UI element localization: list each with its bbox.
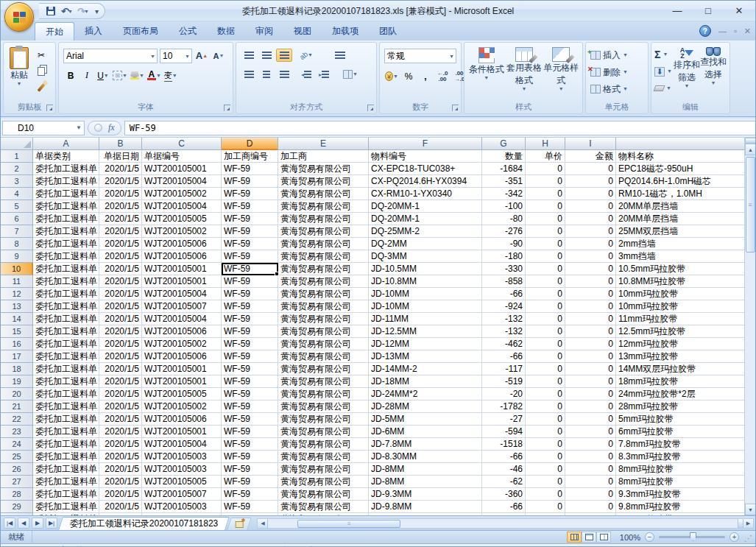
cell[interactable]: 委托加工退料单 — [33, 175, 99, 188]
cell[interactable]: 0 — [565, 488, 616, 501]
cell[interactable]: 委托加工退料单 — [33, 438, 99, 451]
cell[interactable]: DQ-2MM — [369, 238, 482, 250]
cell[interactable]: 13mm玛拉胶带 — [616, 350, 746, 363]
row-header-26[interactable]: 26 — [1, 463, 33, 476]
cell[interactable]: 28mm玛拉胶带 — [616, 400, 746, 413]
doc-close-button[interactable]: ✕ — [744, 27, 751, 36]
cell[interactable]: WJT200105004 — [142, 438, 222, 451]
cell[interactable]: WF-59 — [222, 488, 278, 501]
cell[interactable]: 2020/1/5 — [99, 338, 142, 350]
cell[interactable]: 单据编号 — [142, 150, 222, 163]
row-header-29[interactable]: 29 — [1, 501, 33, 513]
cell[interactable]: 2020/1/5 — [99, 438, 142, 451]
cell[interactable]: WF-59 — [222, 375, 278, 388]
cell[interactable]: 黄海贸易有限公司 — [278, 175, 369, 188]
cell[interactable]: 7.8mm玛拉胶带 — [616, 438, 746, 451]
name-box[interactable]: D10▼ — [2, 121, 85, 135]
cell[interactable]: 黄海贸易有限公司 — [278, 163, 369, 175]
cell[interactable]: -351 — [482, 175, 526, 188]
cell[interactable]: 0 — [565, 263, 616, 275]
cell[interactable]: JD-12MM — [369, 338, 482, 350]
cell[interactable]: WF-59 — [222, 188, 278, 200]
cell[interactable]: 委托加工退料单 — [33, 363, 99, 375]
fill-button[interactable]: ⬇▼ — [654, 64, 672, 79]
cell[interactable]: 委托加工退料单 — [33, 426, 99, 438]
row-header-5[interactable]: 5 — [1, 200, 33, 213]
sheet-tab[interactable]: 委托加工领退料记录20200107181823 — [58, 517, 230, 530]
cell[interactable]: WJT200105002 — [142, 338, 222, 350]
cell[interactable]: 0 — [526, 451, 565, 463]
cell[interactable]: 0 — [526, 175, 565, 188]
cell[interactable]: 8.3mm玛拉胶带 — [616, 451, 746, 463]
cell[interactable]: WF-59 — [222, 426, 278, 438]
cell[interactable]: 10.8MM玛拉胶带 — [616, 275, 746, 288]
autosum-button[interactable]: Σ▼ — [654, 47, 672, 62]
cell[interactable]: 2020/1/5 — [99, 250, 142, 263]
cell[interactable]: -519 — [482, 375, 526, 388]
row-header-25[interactable]: 25 — [1, 451, 33, 463]
cell[interactable]: 黄海贸易有限公司 — [278, 225, 369, 238]
vertical-scrollbar[interactable]: ▲ ▼ — [744, 138, 755, 515]
row-header-16[interactable]: 16 — [1, 338, 33, 350]
cell[interactable]: 2020/1/5 — [99, 363, 142, 375]
font-name-combo[interactable]: Arial▼ — [63, 49, 158, 63]
cell[interactable]: 2mm挡墙 — [616, 238, 746, 250]
cell[interactable]: WJT200105001 — [142, 375, 222, 388]
insert-cells-button[interactable]: +插入▼ — [590, 48, 643, 63]
cell[interactable]: -27 — [482, 413, 526, 426]
row-header-22[interactable]: 22 — [1, 413, 33, 426]
cell[interactable]: 8mm玛拉胶带 — [616, 463, 746, 476]
cell[interactable]: 0 — [526, 363, 565, 375]
cell[interactable]: 2020/1/5 — [99, 325, 142, 338]
accounting-format-button[interactable]: ¥▼ — [384, 69, 399, 83]
number-format-combo[interactable]: 常规▼ — [384, 49, 456, 63]
cell[interactable]: WJT200105003 — [142, 501, 222, 513]
cell[interactable]: 委托加工退料单 — [33, 163, 99, 175]
cell[interactable]: WF-59 — [222, 388, 278, 400]
align-center-button[interactable] — [258, 68, 275, 81]
cell[interactable]: -180 — [482, 250, 526, 263]
cell[interactable]: 委托加工退料单 — [33, 388, 99, 400]
cell[interactable]: 0 — [565, 451, 616, 463]
comma-style-button[interactable]: , — [418, 69, 433, 83]
cell[interactable]: 委托加工退料单 — [33, 200, 99, 213]
cell[interactable]: 黄海贸易有限公司 — [278, 325, 369, 338]
cell[interactable]: WJT200105007 — [142, 300, 222, 313]
row-header-15[interactable]: 15 — [1, 325, 33, 338]
cell[interactable]: -80 — [482, 213, 526, 225]
cell[interactable]: WF-59 — [222, 476, 278, 488]
cell[interactable]: 0 — [526, 250, 565, 263]
cell[interactable]: 0 — [565, 175, 616, 188]
close-button[interactable]: ✕ — [729, 4, 749, 17]
cell[interactable]: WF-59 — [222, 413, 278, 426]
cell[interactable]: DQ-25MM-2 — [369, 225, 482, 238]
ribbon-tab-插入[interactable]: 插入 — [74, 22, 113, 40]
cell[interactable]: WJT200105001 — [142, 363, 222, 375]
cell[interactable]: 0 — [526, 426, 565, 438]
cell[interactable]: 0 — [526, 313, 565, 325]
cell[interactable]: WF-59 — [222, 163, 278, 175]
cell[interactable]: 6mm玛拉胶带 — [616, 426, 746, 438]
cell[interactable]: WF-59 — [222, 275, 278, 288]
cell[interactable]: -594 — [482, 426, 526, 438]
column-header-H[interactable]: H — [526, 138, 565, 150]
row-header-17[interactable]: 17 — [1, 350, 33, 363]
cell[interactable]: JD-9.3MM — [369, 488, 482, 501]
column-header-D[interactable]: D — [222, 138, 278, 150]
cell[interactable]: 数量 — [482, 150, 526, 163]
cell[interactable]: 黄海贸易有限公司 — [278, 300, 369, 313]
vertical-scroll-thumb[interactable] — [746, 157, 755, 253]
cell[interactable]: 0 — [565, 325, 616, 338]
cell[interactable]: 2020/1/5 — [99, 275, 142, 288]
cell[interactable]: WF-59 — [222, 313, 278, 325]
cell[interactable]: 黄海贸易有限公司 — [278, 463, 369, 476]
cell[interactable]: 0 — [565, 163, 616, 175]
cell[interactable]: 黄海贸易有限公司 — [278, 275, 369, 288]
cell[interactable]: CX-RM10-1-YX0340 — [369, 188, 482, 200]
cell[interactable]: 黄海贸易有限公司 — [278, 476, 369, 488]
cell[interactable]: JD-9.8MM — [369, 501, 482, 513]
cell[interactable]: -66 — [482, 350, 526, 363]
cell[interactable]: 2020/1/5 — [99, 476, 142, 488]
cell[interactable]: 0 — [526, 275, 565, 288]
office-button[interactable] — [4, 2, 34, 32]
